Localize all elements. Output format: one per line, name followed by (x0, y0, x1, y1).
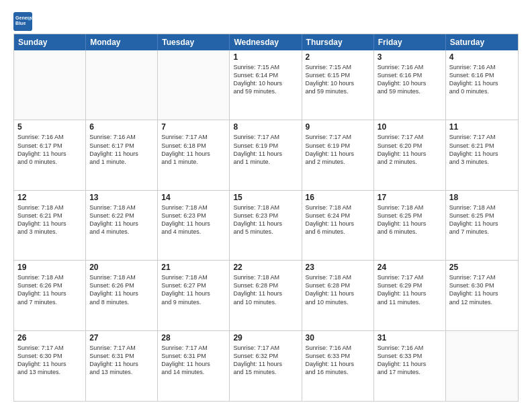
calendar-grid: 1Sunrise: 7:15 AM Sunset: 6:14 PM Daylig… (14, 50, 518, 401)
calendar-cell: 4Sunrise: 7:16 AM Sunset: 6:16 PM Daylig… (446, 50, 518, 120)
calendar-cell: 22Sunrise: 7:18 AM Sunset: 6:28 PM Dayli… (230, 261, 302, 330)
calendar-cell (86, 50, 158, 120)
cell-date-number: 15 (233, 193, 298, 202)
cell-info: Sunrise: 7:17 AM Sunset: 6:21 PM Dayligh… (449, 133, 515, 166)
cell-date-number: 9 (306, 122, 370, 132)
cell-info: Sunrise: 7:15 AM Sunset: 6:14 PM Dayligh… (233, 63, 298, 96)
day-headers: SundayMondayTuesdayWednesdayThursdayFrid… (14, 34, 518, 50)
cell-date-number: 4 (449, 52, 515, 62)
calendar-cell: 25Sunrise: 7:17 AM Sunset: 6:30 PM Dayli… (446, 261, 518, 330)
day-header-saturday: Saturday (446, 34, 518, 50)
cell-date-number: 10 (378, 122, 442, 132)
calendar-cell: 5Sunrise: 7:16 AM Sunset: 6:17 PM Daylig… (14, 120, 86, 190)
calendar-cell: 7Sunrise: 7:17 AM Sunset: 6:18 PM Daylig… (158, 120, 230, 190)
calendar-cell: 26Sunrise: 7:17 AM Sunset: 6:30 PM Dayli… (14, 331, 86, 401)
cell-date-number: 8 (233, 122, 298, 132)
calendar-cell: 20Sunrise: 7:18 AM Sunset: 6:26 PM Dayli… (86, 261, 158, 330)
cell-date-number: 6 (89, 122, 154, 132)
day-header-friday: Friday (374, 34, 446, 50)
cell-date-number: 27 (89, 333, 154, 342)
cell-info: Sunrise: 7:18 AM Sunset: 6:23 PM Dayligh… (233, 203, 298, 236)
header: General Blue (13, 12, 519, 31)
cell-info: Sunrise: 7:16 AM Sunset: 6:17 PM Dayligh… (89, 133, 154, 166)
calendar-cell (14, 50, 86, 120)
cell-date-number: 14 (161, 193, 226, 202)
cell-info: Sunrise: 7:17 AM Sunset: 6:20 PM Dayligh… (378, 133, 442, 166)
cell-info: Sunrise: 7:16 AM Sunset: 6:33 PM Dayligh… (306, 344, 370, 377)
cell-info: Sunrise: 7:17 AM Sunset: 6:18 PM Dayligh… (161, 133, 226, 166)
cell-info: Sunrise: 7:18 AM Sunset: 6:26 PM Dayligh… (17, 273, 82, 306)
calendar-cell: 11Sunrise: 7:17 AM Sunset: 6:21 PM Dayli… (446, 120, 518, 190)
calendar-cell: 23Sunrise: 7:18 AM Sunset: 6:28 PM Dayli… (302, 261, 374, 330)
cell-date-number: 22 (233, 263, 298, 272)
cell-info: Sunrise: 7:17 AM Sunset: 6:30 PM Dayligh… (449, 273, 515, 306)
cell-info: Sunrise: 7:18 AM Sunset: 6:22 PM Dayligh… (89, 203, 154, 236)
calendar-cell: 18Sunrise: 7:18 AM Sunset: 6:25 PM Dayli… (446, 191, 518, 261)
calendar-cell: 8Sunrise: 7:17 AM Sunset: 6:19 PM Daylig… (230, 120, 302, 190)
cell-date-number: 16 (306, 193, 370, 202)
calendar-cell: 17Sunrise: 7:18 AM Sunset: 6:25 PM Dayli… (374, 191, 446, 261)
day-header-wednesday: Wednesday (230, 34, 302, 50)
calendar-cell: 15Sunrise: 7:18 AM Sunset: 6:23 PM Dayli… (230, 191, 302, 261)
day-header-sunday: Sunday (14, 34, 86, 50)
calendar-cell: 9Sunrise: 7:17 AM Sunset: 6:19 PM Daylig… (302, 120, 374, 190)
calendar-cell: 13Sunrise: 7:18 AM Sunset: 6:22 PM Dayli… (86, 191, 158, 261)
calendar-cell: 2Sunrise: 7:15 AM Sunset: 6:15 PM Daylig… (302, 50, 374, 120)
cell-info: Sunrise: 7:18 AM Sunset: 6:27 PM Dayligh… (161, 273, 226, 306)
cell-date-number: 30 (306, 333, 370, 342)
cell-info: Sunrise: 7:16 AM Sunset: 6:16 PM Dayligh… (378, 63, 442, 96)
cell-date-number: 1 (233, 52, 298, 62)
cell-date-number: 18 (449, 193, 515, 202)
cell-date-number: 26 (17, 333, 82, 342)
svg-text:Blue: Blue (15, 21, 26, 26)
page: General Blue SundayMondayTuesdayWednesda… (0, 0, 532, 411)
cell-date-number: 13 (89, 193, 154, 202)
cell-info: Sunrise: 7:15 AM Sunset: 6:15 PM Dayligh… (306, 63, 370, 96)
cell-info: Sunrise: 7:18 AM Sunset: 6:25 PM Dayligh… (378, 203, 442, 236)
logo-icon: General Blue (13, 12, 32, 31)
day-header-thursday: Thursday (302, 34, 374, 50)
cell-info: Sunrise: 7:18 AM Sunset: 6:23 PM Dayligh… (161, 203, 226, 236)
cell-date-number: 28 (161, 333, 226, 342)
cell-info: Sunrise: 7:17 AM Sunset: 6:29 PM Dayligh… (378, 273, 442, 306)
calendar: SundayMondayTuesdayWednesdayThursdayFrid… (13, 34, 519, 402)
cell-date-number: 7 (161, 122, 226, 132)
cell-date-number: 23 (306, 263, 370, 272)
cell-info: Sunrise: 7:18 AM Sunset: 6:28 PM Dayligh… (306, 273, 370, 306)
cell-info: Sunrise: 7:16 AM Sunset: 6:16 PM Dayligh… (449, 63, 515, 96)
calendar-cell: 27Sunrise: 7:17 AM Sunset: 6:31 PM Dayli… (86, 331, 158, 401)
cell-date-number: 29 (233, 333, 298, 342)
cell-info: Sunrise: 7:18 AM Sunset: 6:26 PM Dayligh… (89, 273, 154, 306)
calendar-cell: 1Sunrise: 7:15 AM Sunset: 6:14 PM Daylig… (230, 50, 302, 120)
cell-info: Sunrise: 7:18 AM Sunset: 6:25 PM Dayligh… (449, 203, 515, 236)
calendar-cell (446, 331, 518, 401)
calendar-cell: 21Sunrise: 7:18 AM Sunset: 6:27 PM Dayli… (158, 261, 230, 330)
day-header-tuesday: Tuesday (158, 34, 230, 50)
calendar-cell: 12Sunrise: 7:18 AM Sunset: 6:21 PM Dayli… (14, 191, 86, 261)
cell-info: Sunrise: 7:18 AM Sunset: 6:28 PM Dayligh… (233, 273, 298, 306)
cell-date-number: 12 (17, 193, 82, 202)
logo: General Blue (13, 12, 35, 31)
calendar-cell: 19Sunrise: 7:18 AM Sunset: 6:26 PM Dayli… (14, 261, 86, 330)
calendar-cell: 10Sunrise: 7:17 AM Sunset: 6:20 PM Dayli… (374, 120, 446, 190)
cell-info: Sunrise: 7:16 AM Sunset: 6:33 PM Dayligh… (378, 344, 442, 377)
cell-info: Sunrise: 7:18 AM Sunset: 6:24 PM Dayligh… (306, 203, 370, 236)
cell-info: Sunrise: 7:17 AM Sunset: 6:31 PM Dayligh… (89, 344, 154, 377)
calendar-cell: 16Sunrise: 7:18 AM Sunset: 6:24 PM Dayli… (302, 191, 374, 261)
day-header-monday: Monday (86, 34, 158, 50)
cell-date-number: 24 (378, 263, 442, 272)
calendar-cell (158, 50, 230, 120)
calendar-cell: 6Sunrise: 7:16 AM Sunset: 6:17 PM Daylig… (86, 120, 158, 190)
cell-date-number: 20 (89, 263, 154, 272)
calendar-cell: 24Sunrise: 7:17 AM Sunset: 6:29 PM Dayli… (374, 261, 446, 330)
cell-info: Sunrise: 7:17 AM Sunset: 6:19 PM Dayligh… (233, 133, 298, 166)
cell-date-number: 5 (17, 122, 82, 132)
calendar-cell: 29Sunrise: 7:17 AM Sunset: 6:32 PM Dayli… (230, 331, 302, 401)
calendar-cell: 30Sunrise: 7:16 AM Sunset: 6:33 PM Dayli… (302, 331, 374, 401)
cell-info: Sunrise: 7:17 AM Sunset: 6:32 PM Dayligh… (233, 344, 298, 377)
calendar-cell: 28Sunrise: 7:17 AM Sunset: 6:31 PM Dayli… (158, 331, 230, 401)
calendar-cell: 3Sunrise: 7:16 AM Sunset: 6:16 PM Daylig… (374, 50, 446, 120)
cell-date-number: 31 (378, 333, 442, 342)
cell-date-number: 3 (378, 52, 442, 62)
cell-date-number: 21 (161, 263, 226, 272)
